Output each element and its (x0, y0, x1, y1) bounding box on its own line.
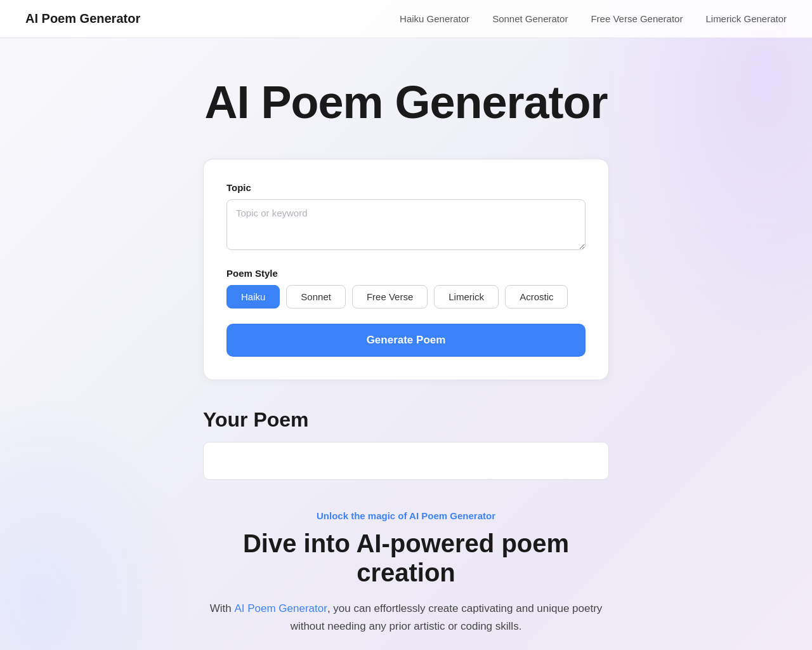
page-title: AI Poem Generator (204, 76, 607, 128)
marketing-body-suffix: , you can effortlessly create captivatin… (291, 602, 603, 632)
style-btn-acrostic[interactable]: Acrostic (505, 285, 568, 308)
poem-style-label: Poem Style (226, 268, 586, 279)
nav-link-haiku[interactable]: Haiku Generator (400, 13, 469, 24)
style-btn-limerick[interactable]: Limerick (434, 285, 499, 308)
navbar: AI Poem Generator Haiku Generator Sonnet… (0, 0, 812, 38)
style-btn-sonnet[interactable]: Sonnet (286, 285, 346, 308)
main-content: AI Poem Generator Topic Poem Style Haiku… (0, 38, 812, 650)
marketing-tagline: Unlock the magic of AI Poem Generator (203, 510, 609, 521)
nav-link-limerick[interactable]: Limerick Generator (705, 13, 787, 24)
marketing-body: With AI Poem Generator, you can effortle… (203, 600, 609, 635)
poem-output-box (203, 442, 609, 480)
style-btn-haiku[interactable]: Haiku (226, 285, 280, 308)
form-card: Topic Poem Style Haiku Sonnet Free Verse… (203, 159, 609, 380)
nav-brand: AI Poem Generator (25, 11, 140, 26)
your-poem-section: Your Poem (203, 408, 609, 480)
style-btn-free-verse[interactable]: Free Verse (352, 285, 428, 308)
marketing-body-link[interactable]: AI Poem Generator (234, 602, 327, 614)
poem-style-section: Poem Style Haiku Sonnet Free Verse Limer… (226, 268, 586, 308)
nav-links: Haiku Generator Sonnet Generator Free Ve… (400, 13, 787, 24)
marketing-section: Unlock the magic of AI Poem Generator Di… (203, 510, 609, 640)
marketing-body-prefix: With (210, 602, 235, 614)
topic-field-wrapper: Topic (226, 182, 586, 253)
topic-label: Topic (226, 182, 586, 193)
topic-input[interactable] (226, 199, 586, 250)
generate-poem-button[interactable]: Generate Poem (226, 324, 586, 357)
nav-link-free-verse[interactable]: Free Verse Generator (591, 13, 683, 24)
style-buttons: Haiku Sonnet Free Verse Limerick Acrosti… (226, 285, 586, 308)
marketing-heading: Dive into AI-powered poem creation (203, 529, 609, 587)
your-poem-title: Your Poem (203, 408, 609, 432)
nav-link-sonnet[interactable]: Sonnet Generator (492, 13, 568, 24)
